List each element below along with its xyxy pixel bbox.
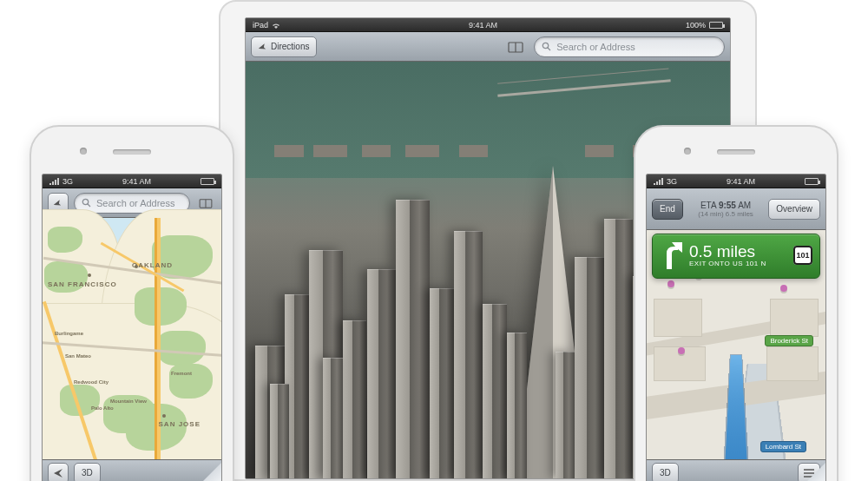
signal-icon (49, 178, 59, 185)
clock-label: 9:41 AM (469, 21, 497, 30)
iphone-right-bottom-bar: 3D (647, 459, 825, 481)
clock-label: 9:41 AM (727, 177, 755, 186)
battery-icon (201, 178, 214, 185)
label-redwood-city: Redwood City (74, 379, 108, 385)
eta-time: 9:55 (719, 201, 736, 210)
battery-icon (805, 178, 819, 185)
iphone-left-map[interactable]: SAN FRANCISCO OAKLAND SAN JOSE Burlingam… (43, 218, 221, 459)
overview-label: Overview (776, 204, 812, 214)
label-oakland: OAKLAND (132, 261, 173, 269)
eta-suffix: AM (738, 201, 751, 210)
search-icon (542, 39, 551, 55)
ipad-status-bar: iPad 9:41 AM 100% (246, 18, 730, 32)
battery-pct: 100% (686, 21, 706, 30)
label-san-mateo: San Mateo (65, 353, 91, 359)
turn-right-icon (660, 240, 682, 271)
svg-point-0 (543, 43, 549, 48)
svg-line-1 (548, 48, 550, 50)
iphone-right-device: 3G 9:41 AM End ETA 9:55 AM (14 min) 6.5 … (634, 125, 838, 481)
bookmarks-button[interactable] (195, 198, 216, 208)
directions-icon (259, 43, 267, 51)
eta-prefix: ETA (700, 201, 716, 210)
wifi-icon (272, 22, 280, 29)
iphone-left-screen: 3G 9:41 AM Search or Address (42, 174, 222, 481)
search-icon (82, 195, 91, 211)
3d-button[interactable]: 3D (652, 463, 679, 482)
svg-point-2 (82, 199, 88, 204)
3d-label: 3D (82, 468, 93, 478)
nav-distance: 0.5 miles (689, 243, 786, 260)
label-fremont: Fremont (171, 371, 192, 376)
camera-icon (684, 148, 691, 155)
3d-button[interactable]: 3D (74, 463, 101, 482)
clock-label: 9:41 AM (122, 177, 151, 186)
label-san-jose: SAN JOSE (159, 420, 201, 428)
nav-instruction: EXIT ONTO US 101 N (689, 260, 786, 267)
search-placeholder: Search or Address (96, 198, 175, 208)
signal-icon (654, 178, 663, 185)
3d-label: 3D (660, 468, 671, 478)
svg-line-3 (88, 204, 90, 207)
iphone-left-device: 3G 9:41 AM Search or Address (30, 125, 234, 481)
nav-sign: 0.5 miles EXIT ONTO US 101 N 101 (652, 234, 820, 279)
directions-label: Directions (271, 42, 309, 51)
label-mountain-view: Mountain View (110, 399, 147, 404)
carrier-label: iPad (253, 21, 268, 30)
battery-icon (709, 22, 723, 29)
eta-display: ETA 9:55 AM (14 min) 6.5 miles (688, 201, 764, 218)
label-burlingame: Burlingame (55, 331, 83, 336)
camera-icon (80, 148, 87, 155)
label-lombard: Lombard St (760, 441, 806, 452)
directions-button[interactable]: Directions (251, 36, 317, 57)
label-san-francisco: SAN FRANCISCO (48, 280, 117, 288)
route-shield: 101 (793, 246, 812, 265)
iphone-right-status-bar: 3G 9:41 AM (647, 175, 825, 188)
carrier-label: 3G (62, 177, 73, 186)
nav-top-bar: End ETA 9:55 AM (14 min) 6.5 miles Overv… (647, 188, 825, 230)
ipad-toolbar: Directions Search or Address (246, 32, 730, 62)
speaker (717, 149, 755, 155)
iphone-left-bottom-bar: 3D (43, 459, 221, 481)
end-label: End (660, 204, 675, 214)
search-placeholder: Search or Address (556, 42, 635, 52)
label-broderick: Broderick St (765, 335, 813, 346)
locate-button[interactable] (48, 463, 69, 482)
label-palo-alto: Palo Alto (91, 405, 114, 411)
shield-number: 101 (796, 251, 809, 260)
speaker (113, 149, 151, 155)
iphone-right-screen: 3G 9:41 AM End ETA 9:55 AM (14 min) 6.5 … (646, 174, 826, 481)
iphone-left-status-bar: 3G 9:41 AM (43, 175, 221, 188)
overview-button[interactable]: Overview (768, 199, 820, 220)
carrier-label: 3G (667, 177, 677, 186)
end-button[interactable]: End (652, 199, 683, 220)
page-curl-button[interactable] (199, 463, 221, 481)
search-field[interactable]: Search or Address (534, 36, 725, 57)
bookmarks-button[interactable] (503, 41, 529, 53)
eta-sub: (14 min) 6.5 miles (688, 210, 764, 218)
